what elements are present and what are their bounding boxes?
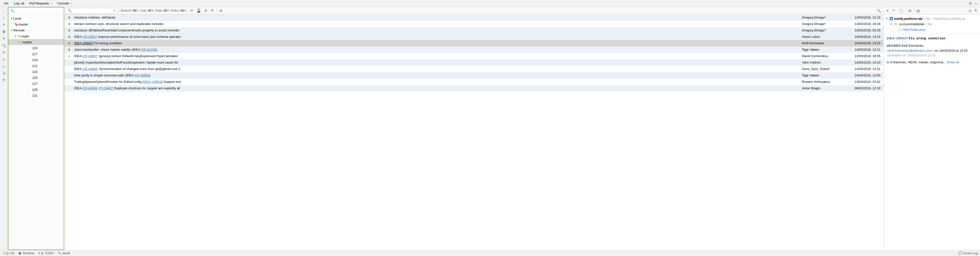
commit-date: 12/03/2019, 21:51 [846,67,883,71]
commit-row[interactable]: IDEA-CR-44889: Synchronization of change… [64,66,883,72]
cherry-pick-icon[interactable]: 🍒 [196,9,202,13]
tree-item[interactable]: 131 [8,93,64,98]
commits-search[interactable]: 🔍⚙ [66,8,118,13]
favorite-icon[interactable]: ★ [1,56,7,62]
show-all-link[interactable]: Show all [947,60,959,64]
tab-console-label: Console [57,2,69,5]
close-icon[interactable]: × [50,2,52,5]
commit-link[interactable]: CR-44897 [83,54,97,58]
status-terminal[interactable]: ▣ Terminal [18,251,34,255]
commit-row[interactable]: introduce nullize(s, defValue)Gregory.Sh… [64,14,883,21]
branches-search[interactable]: 🔍 [8,7,64,14]
tree-local[interactable]: ▼Local [8,15,64,21]
file-tree-folder[interactable]: ▼ 📁 src/com/intellij/ide 1 file [886,21,978,27]
tree-item[interactable]: 119 [8,57,64,63]
sort-icon[interactable]: ⇅ [203,9,208,13]
eye-icon[interactable]: 👁 [210,9,215,13]
commit-author: Rustam Vishnyakov [802,80,846,83]
commit-message: TrailingSpacesOptionsProvider for Editor… [74,80,802,83]
diff-icon[interactable]: ▭ [1,63,7,69]
filter-paths[interactable]: Paths: All ▾ [170,9,186,12]
commits-search-input[interactable] [72,9,112,12]
tree-item[interactable]: 127 [8,81,64,86]
undo-icon[interactable]: ↶ [892,9,897,13]
back-icon[interactable]: ‹ [1,8,7,14]
commit-link[interactable]: CR-42756 [141,48,156,51]
collapse-icon[interactable]: ⇱ [1,77,7,83]
tree-origin[interactable]: ▼📁origin [8,33,64,39]
tree-item[interactable]: 125 [8,75,64,81]
commit-link[interactable]: CR-44893 [135,74,149,77]
branches-panel: 🔍 ▼Local 🔖master ▼Remote ▼📁origin ★maste… [8,7,64,250]
commit-link[interactable]: PY-34437 [99,86,113,90]
commit-author: Tagir Valeev [802,74,846,77]
refresh-icon[interactable]: ⟳ [1,50,7,55]
tab-console[interactable]: Console× [55,2,75,5]
filter-branch[interactable]: Branch: All ▾ [121,9,138,12]
commit-link[interactable]: CR-44949 [83,86,97,90]
gear-icon[interactable]: ⚙ [968,2,973,5]
commit-row[interactable]: IDEA-CR-44897: [groovy] extract DefaultU… [64,53,883,59]
tree-item[interactable]: 115 [8,45,64,51]
status-todo[interactable]: ≡ 6: TODO [38,251,54,255]
commit-row[interactable]: Infer purity in simple recursive calls (… [64,72,883,78]
commit-link[interactable]: CR-44957 [83,35,97,38]
search-icon[interactable]: 🔍 [876,9,882,13]
refresh-icon[interactable]: ⟳ [189,9,194,13]
minimize-icon[interactable]: — [973,2,978,5]
file-tree-root[interactable]: ▼ ■ intellij.platform.ide 1 file ~/IdeaP… [886,16,978,21]
commit-author: Anton Bragin [802,86,846,90]
pin-icon[interactable]: ✦ [885,9,890,13]
left-gutter: ‹ + ✎ 🗑 ✦ 🔍 ⟳ ★ ▭ ⇲ ⇱ [0,7,8,250]
tab-log[interactable]: Log: all [11,2,27,5]
filter-user[interactable]: User: All ▾ [140,9,154,12]
close-icon[interactable]: × [70,2,72,5]
layout-icon[interactable]: ▤ [916,9,921,13]
group-icon[interactable]: ⊞ [907,9,912,13]
tab-pull-requests[interactable]: Pull Requests× [27,2,55,5]
commit-date: 14/03/2019, 13:00 [846,74,883,77]
commit-row[interactable]: introduce JBTabbedPane#tabComponentInset… [64,27,883,34]
tree-item[interactable]: 117 [8,51,64,57]
collapse-icon[interactable]: ⇱ [974,9,978,13]
commit-email: <kirill.kirichenko@jetbrains.com> [887,49,934,53]
fetch-icon[interactable]: ✦ [1,35,7,42]
commit-dot-icon [68,42,70,44]
status-git[interactable]: ⎇ 9: Git [2,251,14,255]
commit-row[interactable]: JoinLinesHandler: check marker validity … [64,46,883,53]
commit-row[interactable]: IDEA-CR-44957 improve performance of som… [64,34,883,40]
expand-icon[interactable]: ⇲ [1,70,7,76]
expand-icon[interactable]: ⇲ [967,9,972,13]
commit-author: Gregory.Shrago* [802,29,846,32]
commit-row[interactable]: [devkit] InspectionDescriptionNotFoundIn… [64,59,883,66]
commit-link[interactable]: IDEA-199518 [143,80,163,83]
commit-branches: In 3 branches: HEAD, master, origin/ma..… [887,60,946,64]
add-icon[interactable]: + [1,15,7,21]
commit-row[interactable]: IDEA-CR-44949: PY-34437 Duplicate shortc… [64,85,883,91]
file-link[interactable]: HelpTooltip.java [902,28,925,31]
tabs-bar: Git: Log: all Pull Requests× Console× ⚙ … [0,0,980,7]
tree-item[interactable]: 129 [8,86,64,93]
tree-item[interactable]: 121 [8,63,64,69]
status-build[interactable]: 🔨Build [58,251,70,255]
chevron-down-icon: ▾ [152,9,154,12]
commit-row[interactable]: extract common json, structural search a… [64,21,883,27]
tree-item[interactable]: 123 [8,69,64,75]
commit-row[interactable]: TrailingSpacesOptionsProvider for Editor… [64,78,883,85]
new-tab-icon[interactable]: ⊕ [218,9,223,13]
status-event-log[interactable]: 💬 Event Log [959,251,978,255]
file-tree-file[interactable]: 📄 HelpTooltip.java [886,27,978,32]
search-icon[interactable]: 🔍 [1,43,7,48]
commit-message: IDEA-208437 Fix wrong condition [74,41,802,45]
delete-icon[interactable]: 🗑 [1,29,7,35]
commit-row[interactable]: IDEA-208437 Fix wrong conditionKirill Ki… [64,40,883,46]
history-icon[interactable]: 🕓 [898,9,904,13]
edit-icon[interactable]: ✎ [1,22,7,28]
tree-local-master[interactable]: 🔖master [8,21,64,27]
filter-date[interactable]: Date: All ▾ [155,9,169,12]
tree-remote[interactable]: ▼Remote [8,27,64,33]
tree-origin-master[interactable]: ★master [8,39,64,45]
star-icon: ★ [18,40,22,44]
search-options-icon[interactable]: ⚙ [113,9,116,12]
commit-link[interactable]: CR-44889 [83,67,97,71]
